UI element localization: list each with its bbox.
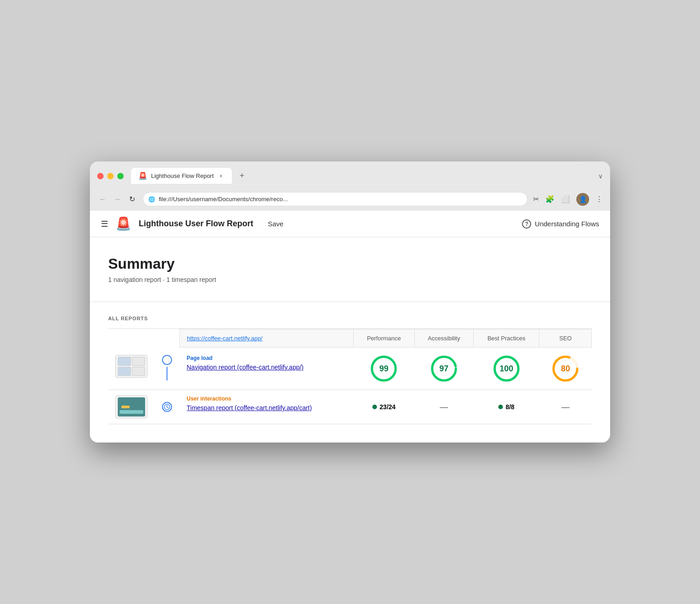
tab-bar: 🚨 Lighthouse Flow Report × + ∨ (131, 168, 603, 184)
timespan-name-cell: User interactions Timespan report (coffe… (179, 390, 353, 424)
help-circle-icon: ? (522, 219, 531, 229)
title-bar: 🚨 Lighthouse Flow Report × + ∨ (90, 161, 610, 188)
back-button[interactable]: ← (97, 194, 108, 205)
timespan-seo-cell: — (539, 390, 592, 424)
best-practices-score-value: 100 (500, 364, 513, 374)
tab-close-button[interactable]: × (217, 172, 225, 180)
nav-screenshot-grid (118, 357, 145, 376)
address-input[interactable] (143, 192, 528, 206)
tab-favicon: 🚨 (138, 172, 147, 180)
bp-dot (498, 405, 503, 409)
timespan-screenshot-thumb (115, 396, 147, 418)
nav-step-cell (155, 348, 179, 390)
understanding-flows-link[interactable]: ? Understanding Flows (522, 219, 599, 229)
nav-panel-3 (118, 367, 131, 376)
summary-subtitle: 1 navigation report · 1 timespan report (108, 276, 592, 283)
close-traffic-light[interactable] (97, 173, 104, 179)
nav-step-circle (162, 355, 172, 365)
timespan-performance-cell: 23/24 (353, 390, 414, 424)
app-header: ☰ 🚨 Lighthouse User Flow Report Save ? U… (90, 211, 610, 237)
timespan-accessibility-cell: — (414, 390, 473, 424)
traffic-lights (97, 173, 124, 179)
seo-col-header: SEO (539, 329, 592, 348)
timespan-bar-visual (120, 410, 143, 414)
forward-button[interactable]: → (112, 194, 123, 205)
active-tab[interactable]: 🚨 Lighthouse Flow Report × (131, 168, 232, 184)
clock-svg (164, 404, 170, 410)
scissors-icon[interactable]: ✂ (533, 195, 539, 203)
best-practices-col-header: Best Practices (473, 329, 539, 348)
address-wrap: 🌐 (143, 192, 528, 206)
perf-badge-value: 23/24 (380, 403, 396, 411)
url-link[interactable]: https://coffee-cart.netlify.app/ (187, 335, 263, 342)
timespan-screenshot (118, 397, 145, 417)
understanding-flows-label: Understanding Flows (535, 220, 599, 228)
nav-buttons: ← → ↻ (97, 194, 137, 205)
lighthouse-logo: 🚨 (115, 216, 131, 231)
split-screen-icon[interactable]: ⬜ (561, 195, 570, 203)
nav-panel-1 (118, 357, 131, 366)
timespan-performance-badge: 23/24 (360, 403, 407, 411)
refresh-button[interactable]: ↻ (126, 194, 137, 205)
table-header-row: https://coffee-cart.netlify.app/ Perform… (108, 329, 592, 348)
seo-score-circle: 80 (552, 355, 579, 382)
timespan-best-practices-badge: 8/8 (481, 403, 532, 411)
bp-badge-value: 8/8 (506, 403, 514, 411)
nav-performance-cell: 99 (353, 348, 414, 390)
title-bar-top: 🚨 Lighthouse Flow Report × + ∨ (97, 168, 603, 184)
page-content: ☰ 🚨 Lighthouse User Flow Report Save ? U… (90, 211, 610, 443)
nav-report-link[interactable]: Navigation report (coffee-cart.netlify.a… (187, 364, 303, 371)
perf-dot (372, 405, 377, 409)
nav-screenshot-thumb (115, 355, 147, 378)
timespan-step-cell (155, 390, 179, 424)
summary-title: Summary (108, 255, 592, 272)
accessibility-score-value: 97 (439, 364, 449, 374)
app-title: Lighthouse User Flow Report (139, 219, 253, 229)
clock-step-icon (162, 402, 172, 412)
more-menu-icon[interactable]: ⋮ (596, 195, 603, 203)
summary-section: Summary 1 navigation report · 1 timespan… (90, 237, 610, 302)
performance-col-header: Performance (353, 329, 414, 348)
address-icon: 🌐 (148, 196, 155, 203)
reports-section-label: ALL REPORTS (108, 316, 592, 321)
table-row: User interactions Timespan report (coffe… (108, 390, 592, 424)
address-bar: ← → ↻ 🌐 ✂ 🧩 ⬜ 👤 ⋮ (90, 188, 610, 211)
extensions-icon[interactable]: 🧩 (545, 195, 554, 203)
maximize-traffic-light[interactable] (117, 173, 124, 179)
svg-line-10 (167, 407, 168, 408)
seo-score-value: 80 (561, 364, 570, 374)
performance-score-circle: 99 (370, 355, 397, 382)
thumb-col-header (108, 329, 155, 348)
timespan-best-practices-cell: 8/8 (473, 390, 539, 424)
tab-label: Lighthouse Flow Report (151, 172, 214, 179)
table-row: Page load Navigation report (coffee-cart… (108, 348, 592, 390)
accessibility-col-header: Accessibility (414, 329, 473, 348)
browser-window: 🚨 Lighthouse Flow Report × + ∨ ← → ↻ 🌐 ✂… (90, 161, 610, 443)
best-practices-score-circle: 100 (493, 355, 520, 382)
nav-best-practices-cell: 100 (473, 348, 539, 390)
timespan-report-type: User interactions (187, 396, 346, 402)
tab-expand-button[interactable]: ∨ (598, 172, 603, 180)
accessibility-score-circle: 97 (430, 355, 458, 382)
nav-step-connector (162, 355, 172, 382)
step-col-header (155, 329, 179, 348)
nav-panel-4 (132, 367, 145, 376)
url-col-header[interactable]: https://coffee-cart.netlify.app/ (179, 329, 353, 348)
toolbar-icons: ✂ 🧩 ⬜ 👤 ⋮ (533, 193, 603, 206)
nav-report-type: Page load (187, 355, 346, 361)
timespan-btn-visual (121, 406, 130, 408)
reports-section: ALL REPORTS https://coffee-cart.netlify.… (90, 302, 610, 443)
minimize-traffic-light[interactable] (107, 173, 114, 179)
nav-thumbnail-cell (108, 348, 155, 390)
nav-panel-2 (132, 357, 145, 366)
avatar[interactable]: 👤 (576, 193, 589, 206)
step-line (167, 367, 167, 380)
hamburger-menu-icon[interactable]: ☰ (101, 219, 108, 229)
new-tab-button[interactable]: + (235, 170, 248, 182)
save-button[interactable]: Save (268, 220, 283, 228)
nav-seo-cell: 80 (539, 348, 592, 390)
performance-score-value: 99 (379, 364, 388, 374)
timespan-report-link[interactable]: Timespan report (coffee-cart.netlify.app… (187, 404, 312, 411)
timespan-thumbnail-cell (108, 390, 155, 424)
reports-table: https://coffee-cart.netlify.app/ Perform… (108, 329, 592, 424)
